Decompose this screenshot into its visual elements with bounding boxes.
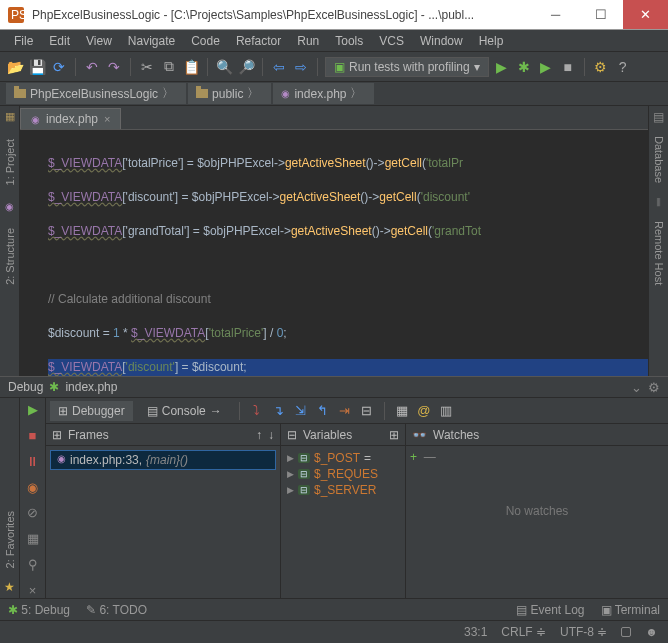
settings2-icon[interactable]: ▥ xyxy=(438,403,454,419)
icon-small[interactable]: ◉ xyxy=(5,201,14,212)
menu-navigate[interactable]: Navigate xyxy=(120,32,183,50)
next-frame-icon[interactable]: ↓ xyxy=(268,428,274,442)
bug-icon: ✱ xyxy=(49,380,59,394)
panel-minimize-icon[interactable]: ⌄ xyxy=(631,380,642,395)
redo-icon[interactable]: ↷ xyxy=(105,58,123,76)
minimize-button[interactable]: ─ xyxy=(533,0,578,29)
force-step-icon[interactable]: ⇲ xyxy=(293,403,309,419)
sync-icon[interactable]: ⟳ xyxy=(50,58,68,76)
code-editor[interactable]: $_VIEWDATA['totalPrice'] = $objPHPExcel-… xyxy=(20,130,648,376)
variable-row[interactable]: ▶⊟$_SERVER xyxy=(285,482,401,498)
debug-icon[interactable]: ✱ xyxy=(515,58,533,76)
back-icon[interactable]: ⇦ xyxy=(270,58,288,76)
menu-bar: File Edit View Navigate Code Refactor Ru… xyxy=(0,30,668,52)
prev-frame-icon[interactable]: ↑ xyxy=(256,428,262,442)
window-title: PhpExcelBusinessLogic - [C:\Projects\Sam… xyxy=(32,8,533,22)
bottom-toolbar: ✱ 5: Debug ✎ 6: TODO ▤ Event Log ▣ Termi… xyxy=(0,598,668,620)
menu-vcs[interactable]: VCS xyxy=(371,32,412,50)
star-icon[interactable]: ★ xyxy=(4,580,15,594)
open-icon[interactable]: 📂 xyxy=(6,58,24,76)
copy-icon[interactable]: ⧉ xyxy=(160,58,178,76)
stop-icon[interactable]: ■ xyxy=(559,58,577,76)
tool-favorites[interactable]: 2: Favorites xyxy=(4,511,16,568)
close-debug-icon[interactable]: × xyxy=(25,582,41,598)
tool-debug[interactable]: ✱ 5: Debug xyxy=(8,603,70,617)
close-button[interactable]: ✕ xyxy=(623,0,668,29)
remote-icon[interactable]: ⦀ xyxy=(656,195,661,209)
view-breakpoints-icon[interactable]: ◉ xyxy=(25,479,41,495)
tool-eventlog[interactable]: ▤ Event Log xyxy=(516,603,584,617)
replace-icon[interactable]: 🔎 xyxy=(237,58,255,76)
paste-icon[interactable]: 📋 xyxy=(182,58,200,76)
run-to-cursor-icon[interactable]: ⇥ xyxy=(337,403,353,419)
variable-row[interactable]: ▶⊟$_POST = xyxy=(285,450,401,466)
stop-debug-icon[interactable]: ■ xyxy=(25,428,41,444)
coverage-icon[interactable]: ▶ xyxy=(537,58,555,76)
evaluate-icon[interactable]: ⊟ xyxy=(359,403,375,419)
calc-icon[interactable]: ▦ xyxy=(394,403,410,419)
forward-icon[interactable]: ⇨ xyxy=(292,58,310,76)
encoding[interactable]: UTF-8 ≑ xyxy=(560,625,607,639)
inspector-icon[interactable]: ☻ xyxy=(645,625,658,639)
main-toolbar: 📂 💾 ⟳ ↶ ↷ ✂ ⧉ 📋 🔍 🔎 ⇦ ⇨ ▣Run tests with … xyxy=(0,52,668,82)
svg-text:PS: PS xyxy=(11,8,26,22)
menu-help[interactable]: Help xyxy=(471,32,512,50)
pause-icon[interactable]: ⏸ xyxy=(25,454,41,470)
mute-breakpoints-icon[interactable]: ⊘ xyxy=(25,505,41,521)
menu-run[interactable]: Run xyxy=(289,32,327,50)
menu-tools[interactable]: Tools xyxy=(327,32,371,50)
menu-code[interactable]: Code xyxy=(183,32,228,50)
icon-small[interactable]: ▦ xyxy=(5,110,15,123)
menu-window[interactable]: Window xyxy=(412,32,471,50)
debug-side-toolbar: ▶ ■ ⏸ ◉ ⊘ ▦ ⚲ × xyxy=(20,398,46,598)
menu-refactor[interactable]: Refactor xyxy=(228,32,289,50)
at-icon[interactable]: @ xyxy=(416,403,432,419)
cursor-position[interactable]: 33:1 xyxy=(464,625,487,639)
tool-project[interactable]: 1: Project xyxy=(4,139,16,185)
step-over-icon[interactable]: ⤵ xyxy=(249,403,265,419)
tool-remote[interactable]: Remote Host xyxy=(653,221,665,285)
tool-todo[interactable]: ✎ 6: TODO xyxy=(86,603,147,617)
settings-icon[interactable]: ⚙ xyxy=(592,58,610,76)
variable-row[interactable]: ▶⊟$_REQUES xyxy=(285,466,401,482)
rerun-icon[interactable]: ▶ xyxy=(25,402,41,418)
menu-file[interactable]: File xyxy=(6,32,41,50)
run-config-selector[interactable]: ▣Run tests with profiling▾ xyxy=(325,57,489,77)
breadcrumb-file[interactable]: ◉index.php〉 xyxy=(273,83,374,104)
tool-terminal[interactable]: ▣ Terminal xyxy=(601,603,660,617)
breadcrumb-folder[interactable]: public〉 xyxy=(188,83,271,104)
menu-edit[interactable]: Edit xyxy=(41,32,78,50)
save-icon[interactable]: 💾 xyxy=(28,58,46,76)
tool-structure[interactable]: 2: Structure xyxy=(4,228,16,285)
debugger-tab[interactable]: ⊞Debugger xyxy=(50,401,133,421)
step-into-icon[interactable]: ↴ xyxy=(271,403,287,419)
window-titlebar: PS PhpExcelBusinessLogic - [C:\Projects\… xyxy=(0,0,668,30)
tab-close-icon[interactable]: × xyxy=(104,113,110,125)
run-config-label: Run tests with profiling xyxy=(349,60,470,74)
breadcrumb-project[interactable]: PhpExcelBusinessLogic〉 xyxy=(6,83,186,104)
help-icon[interactable]: ? xyxy=(614,58,632,76)
find-icon[interactable]: 🔍 xyxy=(215,58,233,76)
layout-icon[interactable]: ▦ xyxy=(25,531,41,547)
menu-view[interactable]: View xyxy=(78,32,120,50)
database-icon[interactable]: ▤ xyxy=(653,110,664,124)
run-icon[interactable]: ▶ xyxy=(493,58,511,76)
line-separator[interactable]: CRLF ≑ xyxy=(501,625,546,639)
undo-icon[interactable]: ↶ xyxy=(83,58,101,76)
step-out-icon[interactable]: ↰ xyxy=(315,403,331,419)
left-bottom-gutter: 2: Favorites ★ xyxy=(0,398,20,598)
maximize-button[interactable]: ☐ xyxy=(578,0,623,29)
editor-tabbar: ◉index.php× xyxy=(20,106,648,130)
remove-watch-icon[interactable]: — xyxy=(424,450,436,464)
console-tab[interactable]: ▤Console→ xyxy=(139,401,230,421)
editor-tab[interactable]: ◉index.php× xyxy=(20,108,121,129)
frame-row[interactable]: ◉index.php:33,{main}() xyxy=(50,450,276,470)
cut-icon[interactable]: ✂ xyxy=(138,58,156,76)
panel-settings-icon[interactable]: ⚙ xyxy=(648,380,660,395)
variables-title: Variables xyxy=(303,428,352,442)
add-watch-icon[interactable]: + xyxy=(410,450,417,464)
lock-icon[interactable] xyxy=(621,627,631,637)
app-icon: PS xyxy=(6,5,26,25)
pin-icon[interactable]: ⚲ xyxy=(25,557,41,573)
tool-database[interactable]: Database xyxy=(653,136,665,183)
